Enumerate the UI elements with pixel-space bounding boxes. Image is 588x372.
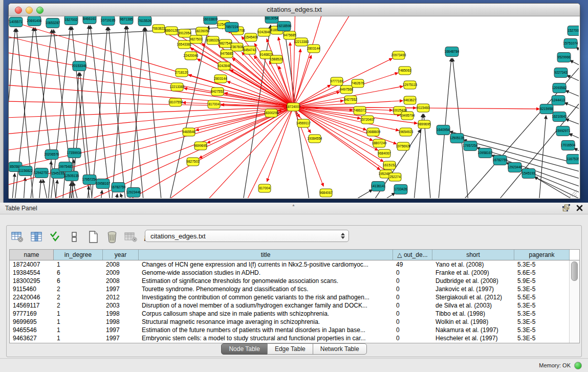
network-node[interactable]: 12923446 (508, 163, 522, 172)
network-node[interactable]: 8466161 (83, 16, 96, 24)
network-node[interactable]: 9671385 (120, 16, 133, 25)
network-node[interactable]: 10653287 (46, 18, 60, 28)
network-node[interactable]: 9465546 (182, 128, 195, 136)
network-node[interactable]: 16543382 (177, 40, 192, 49)
table-row[interactable]: 911546021997Tourette syndrome. Phenomeno… (10, 285, 570, 293)
network-node[interactable]: 12093582 (552, 83, 567, 93)
network-node[interactable]: 9684067 (378, 149, 391, 158)
table-row[interactable]: 1872400712008Changes of HCN gene express… (10, 260, 570, 269)
network-node[interactable]: 16782759 (111, 183, 126, 192)
network-node[interactable]: 19654923 (399, 128, 413, 136)
network-node[interactable]: 1167535 (567, 155, 579, 164)
network-node[interactable]: 252274 (389, 173, 401, 181)
network-node[interactable]: 20691406 (27, 16, 42, 26)
network-node[interactable]: 1545193 (522, 169, 535, 179)
network-node[interactable]: 18107554 (168, 98, 183, 106)
network-node[interactable]: 10688609 (366, 128, 381, 136)
new-document-icon[interactable] (86, 230, 100, 244)
table-row[interactable]: 969969511998Structural magnetic resonanc… (10, 318, 570, 326)
network-node[interactable]: 9529966 (557, 53, 571, 62)
table-row[interactable]: 1456911722003Disruption of a novel membe… (10, 301, 570, 310)
network-node[interactable]: 9684067 (319, 189, 333, 197)
column-header-title[interactable]: title (139, 250, 393, 260)
network-node[interactable]: 1527002 (568, 26, 579, 36)
network-node[interactable]: 14136141 (371, 182, 386, 191)
network-node[interactable]: 19975487 (58, 162, 73, 172)
network-node[interactable]: 7462676 (351, 79, 364, 87)
splitter-handle-icon[interactable]: ▲ (292, 203, 295, 207)
network-node[interactable]: 9242848 (217, 62, 231, 70)
network-node[interactable]: 1527002 (64, 16, 78, 25)
tab-edge-table[interactable]: Edge Table (267, 343, 313, 355)
table-settings-icon[interactable] (11, 230, 24, 244)
column-header-out_de[interactable]: △ out_de... (393, 250, 432, 260)
network-node[interactable]: 18300295 (264, 109, 279, 117)
delete-table-icon[interactable] (124, 230, 138, 244)
network-node[interactable]: 9497568 (340, 85, 353, 94)
network-node[interactable]: 7663822 (152, 25, 165, 33)
network-node[interactable]: 2367608 (230, 43, 244, 51)
network-node[interactable]: 12213383 (294, 38, 309, 46)
network-node[interactable]: 8427552 (211, 87, 224, 96)
network-node[interactable]: 12505135 (450, 134, 465, 143)
network-node[interactable]: 20206576 (45, 150, 59, 160)
network-node[interactable]: 16648784 (445, 47, 460, 57)
table-row[interactable]: 977716911998Corpus callosum shape and si… (10, 310, 570, 318)
network-node[interactable]: 16210643 (552, 112, 567, 122)
network-node[interactable]: 17016504 (561, 141, 576, 150)
float-window-icon[interactable] (562, 204, 570, 213)
network-node[interactable]: 9475685 (283, 31, 296, 39)
column-header-name[interactable]: name (10, 250, 54, 260)
network-node[interactable]: 15992971 (556, 126, 571, 136)
column-header-year[interactable]: year (103, 250, 139, 260)
network-node[interactable]: 18807249 (372, 139, 387, 147)
delete-selected-icon[interactable] (105, 230, 119, 244)
network-node[interactable]: 8427552 (344, 96, 357, 104)
network-node[interactable]: 9115460 (417, 104, 430, 112)
network-node[interactable]: 17957254 (463, 141, 478, 151)
network-node[interactable]: 8860128 (165, 27, 178, 35)
tab-node-table[interactable]: Node Table (221, 343, 268, 355)
network-node[interactable]: 7486372 (353, 106, 366, 115)
network-node[interactable]: 9699695 (194, 142, 207, 150)
network-node[interactable]: 17359934 (67, 148, 82, 158)
network-node[interactable]: 11156822 (18, 166, 33, 176)
network-node[interactable]: 10958167 (478, 148, 493, 158)
network-node[interactable]: 7857224 (225, 23, 238, 32)
close-panel-icon[interactable] (576, 204, 583, 213)
network-node-hub[interactable]: 18724007 (286, 103, 301, 111)
network-node[interactable]: 9475685 (220, 50, 233, 58)
select-all-icon[interactable] (49, 230, 62, 244)
network-node[interactable]: 12923446 (126, 188, 141, 198)
network-node[interactable]: 9827503 (186, 158, 200, 166)
network-node[interactable]: 12505135 (64, 171, 79, 181)
network-node[interactable]: 1405571 (9, 17, 23, 27)
table-row[interactable]: 2242004622012Investigating the contribut… (10, 293, 570, 301)
network-node[interactable]: 9242848 (257, 28, 271, 36)
network-node[interactable]: 1733426 (394, 185, 407, 194)
network-node[interactable]: 9777169 (330, 77, 343, 85)
network-node[interactable]: 8912954 (178, 29, 191, 37)
table-row[interactable]: 1938455462009Genome-wide association stu… (10, 269, 570, 277)
network-node[interactable]: 9899695 (418, 120, 431, 128)
window-titlebar[interactable]: citations_edges.txt (9, 4, 580, 16)
network-node[interactable]: 20973493 (391, 51, 406, 59)
network-node[interactable]: 16033809 (203, 16, 218, 25)
show-columns-icon[interactable] (30, 230, 43, 244)
column-header-pagerank[interactable]: pagerank (514, 250, 570, 260)
network-node[interactable]: 10958167 (96, 179, 111, 189)
network-canvas[interactable]: 1872400776638228860128891295418226058982… (9, 16, 579, 198)
network-node[interactable]: 1640954 (437, 125, 450, 135)
network-node[interactable]: 10719195 (101, 16, 116, 26)
clear-selection-icon[interactable] (68, 230, 81, 244)
table-row[interactable]: 1830029562008Estimation of significance … (10, 277, 570, 285)
network-node[interactable]: 12942757 (34, 168, 49, 178)
table-row[interactable]: 946362711997Embryonic stem cells: a mode… (10, 334, 570, 342)
network-node[interactable]: 19756928 (396, 142, 411, 150)
network-node[interactable]: 817004 (208, 100, 220, 108)
network-view-window[interactable]: citations_edges.txt 18724007766382288601… (8, 3, 580, 199)
network-node[interactable]: 19384554 (308, 135, 322, 143)
network-node[interactable]: 9227343 (554, 68, 568, 78)
network-node[interactable]: 7615526 (138, 16, 151, 26)
network-node[interactable]: 2718120 (175, 69, 188, 77)
